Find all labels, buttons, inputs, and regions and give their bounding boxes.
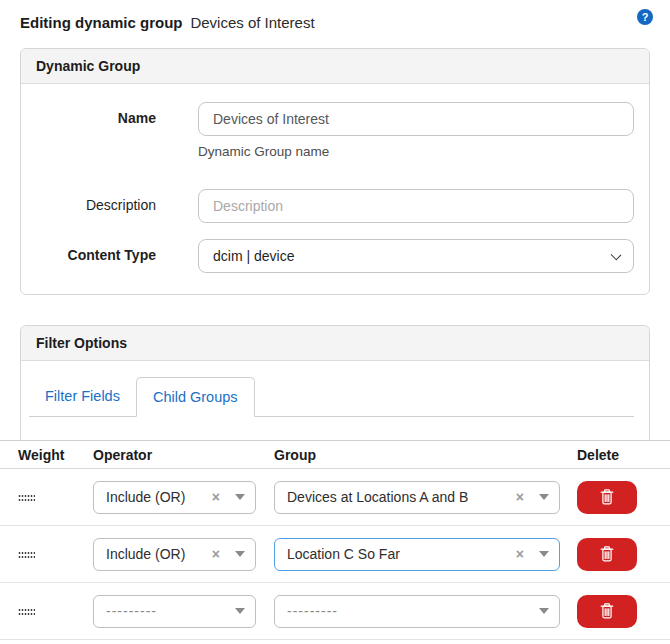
group-selected-value: --------- (287, 603, 338, 619)
name-help-text: Dynamic Group name (198, 144, 634, 159)
content-type-selected-value: dcim | device (213, 248, 294, 264)
delete-row-button[interactable] (577, 595, 637, 628)
column-header-weight: Weight (18, 447, 93, 463)
description-label: Description (36, 189, 156, 223)
tab-content-area (21, 417, 649, 440)
page-header: Editing dynamic group Devices of Interes… (0, 0, 670, 48)
chevron-down-icon (539, 608, 549, 614)
table-header-row: Weight Operator Group Delete (0, 441, 670, 469)
chevron-down-icon (611, 250, 622, 261)
name-form-row: Name Dynamic Group name (36, 102, 634, 159)
description-form-row: Description (36, 189, 634, 223)
page-title-object-name: Devices of Interest (190, 14, 314, 31)
operator-selected-value: --------- (106, 603, 157, 619)
table-row: --------- --------- (0, 583, 670, 640)
operator-select[interactable]: Include (OR) × (93, 481, 256, 514)
clear-selection-icon[interactable]: × (210, 547, 222, 561)
group-selected-value: Location C So Far (287, 546, 400, 562)
delete-row-button[interactable] (577, 481, 637, 514)
trash-icon (600, 489, 614, 505)
chevron-down-icon (235, 494, 245, 500)
operator-select[interactable]: --------- (93, 595, 256, 628)
content-type-select[interactable]: dcim | device (198, 239, 634, 273)
clear-selection-icon[interactable]: × (514, 547, 526, 561)
operator-selected-value: Include (OR) (106, 546, 185, 562)
filter-tabs-bar: Filter Fields Child Groups (21, 361, 649, 417)
group-select[interactable]: Location C So Far × (274, 538, 560, 571)
chevron-down-icon (539, 494, 549, 500)
page-title: Editing dynamic group (20, 14, 183, 31)
name-input[interactable] (198, 102, 634, 136)
help-icon[interactable]: ? (637, 9, 653, 25)
clear-selection-icon[interactable]: × (210, 490, 222, 504)
group-select[interactable]: Devices at Locations A and B × (274, 481, 560, 514)
dynamic-group-panel-title: Dynamic Group (21, 49, 649, 84)
drag-handle-icon[interactable] (18, 608, 35, 615)
column-header-delete: Delete (577, 447, 670, 463)
clear-selection-icon[interactable]: × (514, 490, 526, 504)
trash-icon (600, 603, 614, 619)
dynamic-group-panel-body: Name Dynamic Group name Description Cont… (21, 84, 649, 294)
drag-handle-icon[interactable] (18, 494, 35, 501)
content-type-label: Content Type (36, 239, 156, 273)
drag-handle-icon[interactable] (18, 551, 35, 558)
group-selected-value: Devices at Locations A and B (287, 489, 468, 505)
description-input[interactable] (198, 189, 634, 223)
tab-child-groups[interactable]: Child Groups (136, 377, 255, 417)
tab-filter-fields[interactable]: Filter Fields (29, 377, 136, 416)
content-type-form-row: Content Type dcim | device (36, 239, 634, 273)
chevron-down-icon (235, 608, 245, 614)
table-row: Include (OR) × Devices at Locations A an… (0, 469, 670, 526)
operator-select[interactable]: Include (OR) × (93, 538, 256, 571)
operator-selected-value: Include (OR) (106, 489, 185, 505)
trash-icon (600, 546, 614, 562)
column-header-group: Group (274, 447, 577, 463)
chevron-down-icon (235, 551, 245, 557)
group-select[interactable]: --------- (274, 595, 560, 628)
name-label: Name (36, 102, 156, 159)
delete-row-button[interactable] (577, 538, 637, 571)
chevron-down-icon (539, 551, 549, 557)
filter-options-panel: Filter Options Filter Fields Child Group… (20, 325, 650, 440)
child-groups-table: Weight Operator Group Delete Include (OR… (0, 440, 670, 640)
dynamic-group-panel: Dynamic Group Name Dynamic Group name De… (20, 48, 650, 295)
column-header-operator: Operator (93, 447, 274, 463)
filter-options-panel-title: Filter Options (21, 326, 649, 361)
table-row: Include (OR) × Location C So Far × (0, 526, 670, 583)
